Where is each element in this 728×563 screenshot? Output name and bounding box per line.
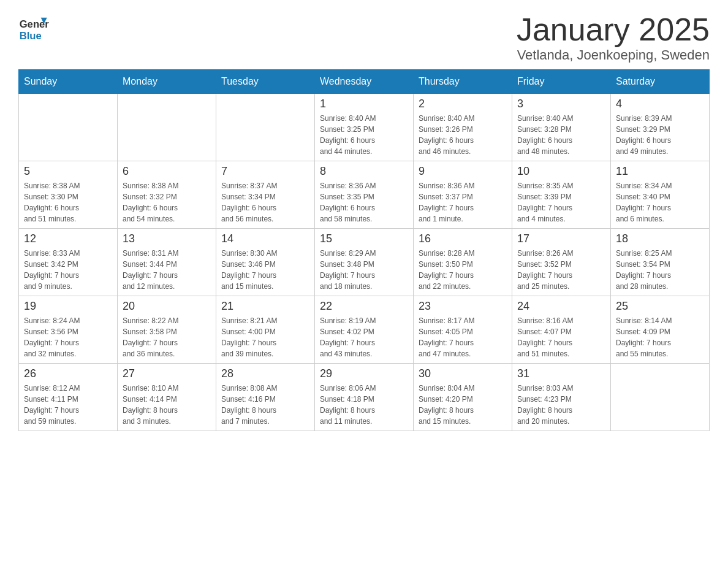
day-number: 8 [320, 165, 408, 178]
day-info: Sunrise: 8:36 AM Sunset: 3:35 PM Dayligh… [320, 180, 408, 224]
day-info: Sunrise: 8:34 AM Sunset: 3:40 PM Dayligh… [616, 180, 704, 224]
day-cell-6: 6Sunrise: 8:38 AM Sunset: 3:32 PM Daylig… [118, 161, 216, 229]
week-row-4: 19Sunrise: 8:24 AM Sunset: 3:56 PM Dayli… [19, 296, 710, 364]
logo: General Blue [18, 12, 49, 43]
day-info: Sunrise: 8:33 AM Sunset: 3:42 PM Dayligh… [24, 248, 112, 292]
day-cell-10: 10Sunrise: 8:35 AM Sunset: 3:39 PM Dayli… [512, 161, 611, 229]
svg-text:Blue: Blue [20, 30, 42, 42]
day-number: 25 [616, 300, 704, 313]
day-number: 22 [320, 300, 408, 313]
day-number: 12 [24, 232, 112, 245]
day-number: 4 [616, 98, 704, 110]
day-cell-16: 16Sunrise: 8:28 AM Sunset: 3:50 PM Dayli… [414, 229, 512, 296]
day-cell-5: 5Sunrise: 8:38 AM Sunset: 3:30 PM Daylig… [19, 161, 118, 229]
weekday-header-saturday: Saturday [611, 70, 710, 94]
day-cell-17: 17Sunrise: 8:26 AM Sunset: 3:52 PM Dayli… [512, 229, 611, 296]
day-number: 3 [517, 98, 605, 110]
day-number: 18 [616, 232, 704, 245]
weekday-header-wednesday: Wednesday [315, 70, 414, 94]
day-info: Sunrise: 8:08 AM Sunset: 4:16 PM Dayligh… [221, 383, 309, 427]
day-number: 19 [24, 300, 112, 313]
week-row-5: 26Sunrise: 8:12 AM Sunset: 4:11 PM Dayli… [19, 364, 710, 431]
day-cell-23: 23Sunrise: 8:17 AM Sunset: 4:05 PM Dayli… [414, 296, 512, 364]
day-cell-4: 4Sunrise: 8:39 AM Sunset: 3:29 PM Daylig… [611, 94, 710, 161]
day-info: Sunrise: 8:26 AM Sunset: 3:52 PM Dayligh… [517, 248, 605, 292]
day-cell-22: 22Sunrise: 8:19 AM Sunset: 4:02 PM Dayli… [315, 296, 414, 364]
day-cell-9: 9Sunrise: 8:36 AM Sunset: 3:37 PM Daylig… [414, 161, 512, 229]
day-cell-30: 30Sunrise: 8:04 AM Sunset: 4:20 PM Dayli… [414, 364, 512, 431]
day-info: Sunrise: 8:38 AM Sunset: 3:32 PM Dayligh… [123, 180, 211, 224]
weekday-header-row: SundayMondayTuesdayWednesdayThursdayFrid… [19, 70, 710, 94]
empty-cell [19, 94, 118, 161]
page-header: General Blue January 2025 Vetlanda, Joen… [18, 12, 710, 63]
day-info: Sunrise: 8:17 AM Sunset: 4:05 PM Dayligh… [419, 315, 507, 359]
day-info: Sunrise: 8:35 AM Sunset: 3:39 PM Dayligh… [517, 180, 605, 224]
day-cell-31: 31Sunrise: 8:03 AM Sunset: 4:23 PM Dayli… [512, 364, 611, 431]
day-cell-21: 21Sunrise: 8:21 AM Sunset: 4:00 PM Dayli… [216, 296, 315, 364]
day-number: 26 [24, 367, 112, 380]
day-info: Sunrise: 8:40 AM Sunset: 3:28 PM Dayligh… [517, 113, 605, 157]
day-number: 16 [419, 232, 507, 245]
day-number: 10 [517, 165, 605, 178]
day-number: 15 [320, 232, 408, 245]
day-cell-20: 20Sunrise: 8:22 AM Sunset: 3:58 PM Dayli… [118, 296, 216, 364]
day-number: 30 [419, 367, 507, 380]
day-cell-12: 12Sunrise: 8:33 AM Sunset: 3:42 PM Dayli… [19, 229, 118, 296]
day-cell-14: 14Sunrise: 8:30 AM Sunset: 3:46 PM Dayli… [216, 229, 315, 296]
week-row-3: 12Sunrise: 8:33 AM Sunset: 3:42 PM Dayli… [19, 229, 710, 296]
day-info: Sunrise: 8:10 AM Sunset: 4:14 PM Dayligh… [123, 383, 211, 427]
day-number: 2 [419, 98, 507, 110]
day-number: 29 [320, 367, 408, 380]
day-cell-27: 27Sunrise: 8:10 AM Sunset: 4:14 PM Dayli… [118, 364, 216, 431]
empty-cell [118, 94, 216, 161]
day-info: Sunrise: 8:12 AM Sunset: 4:11 PM Dayligh… [24, 383, 112, 427]
day-number: 14 [221, 232, 309, 245]
day-info: Sunrise: 8:25 AM Sunset: 3:54 PM Dayligh… [616, 248, 704, 292]
day-cell-25: 25Sunrise: 8:14 AM Sunset: 4:09 PM Dayli… [611, 296, 710, 364]
day-info: Sunrise: 8:40 AM Sunset: 3:25 PM Dayligh… [320, 113, 408, 157]
day-number: 17 [517, 232, 605, 245]
weekday-header-sunday: Sunday [19, 70, 118, 94]
day-info: Sunrise: 8:40 AM Sunset: 3:26 PM Dayligh… [419, 113, 507, 157]
day-number: 7 [221, 165, 309, 178]
day-info: Sunrise: 8:04 AM Sunset: 4:20 PM Dayligh… [419, 383, 507, 427]
day-cell-28: 28Sunrise: 8:08 AM Sunset: 4:16 PM Dayli… [216, 364, 315, 431]
day-number: 11 [616, 165, 704, 178]
day-info: Sunrise: 8:06 AM Sunset: 4:18 PM Dayligh… [320, 383, 408, 427]
day-cell-8: 8Sunrise: 8:36 AM Sunset: 3:35 PM Daylig… [315, 161, 414, 229]
day-info: Sunrise: 8:21 AM Sunset: 4:00 PM Dayligh… [221, 315, 309, 359]
day-number: 23 [419, 300, 507, 313]
day-number: 9 [419, 165, 507, 178]
day-cell-19: 19Sunrise: 8:24 AM Sunset: 3:56 PM Dayli… [19, 296, 118, 364]
logo-icon: General Blue [18, 12, 49, 43]
weekday-header-tuesday: Tuesday [216, 70, 315, 94]
day-info: Sunrise: 8:19 AM Sunset: 4:02 PM Dayligh… [320, 315, 408, 359]
day-info: Sunrise: 8:37 AM Sunset: 3:34 PM Dayligh… [221, 180, 309, 224]
weekday-header-monday: Monday [118, 70, 216, 94]
week-row-1: 1Sunrise: 8:40 AM Sunset: 3:25 PM Daylig… [19, 94, 710, 161]
day-number: 6 [123, 165, 211, 178]
day-number: 31 [517, 367, 605, 380]
day-info: Sunrise: 8:30 AM Sunset: 3:46 PM Dayligh… [221, 248, 309, 292]
day-number: 28 [221, 367, 309, 380]
day-info: Sunrise: 8:28 AM Sunset: 3:50 PM Dayligh… [419, 248, 507, 292]
empty-cell [611, 364, 710, 431]
day-info: Sunrise: 8:03 AM Sunset: 4:23 PM Dayligh… [517, 383, 605, 427]
day-info: Sunrise: 8:22 AM Sunset: 3:58 PM Dayligh… [123, 315, 211, 359]
day-cell-18: 18Sunrise: 8:25 AM Sunset: 3:54 PM Dayli… [611, 229, 710, 296]
weekday-header-thursday: Thursday [414, 70, 512, 94]
day-info: Sunrise: 8:38 AM Sunset: 3:30 PM Dayligh… [24, 180, 112, 224]
day-cell-11: 11Sunrise: 8:34 AM Sunset: 3:40 PM Dayli… [611, 161, 710, 229]
weekday-header-friday: Friday [512, 70, 611, 94]
day-cell-24: 24Sunrise: 8:16 AM Sunset: 4:07 PM Dayli… [512, 296, 611, 364]
day-number: 24 [517, 300, 605, 313]
empty-cell [216, 94, 315, 161]
day-info: Sunrise: 8:36 AM Sunset: 3:37 PM Dayligh… [419, 180, 507, 224]
day-cell-2: 2Sunrise: 8:40 AM Sunset: 3:26 PM Daylig… [414, 94, 512, 161]
day-info: Sunrise: 8:24 AM Sunset: 3:56 PM Dayligh… [24, 315, 112, 359]
day-info: Sunrise: 8:31 AM Sunset: 3:44 PM Dayligh… [123, 248, 211, 292]
day-number: 20 [123, 300, 211, 313]
day-number: 27 [123, 367, 211, 380]
calendar-table: SundayMondayTuesdayWednesdayThursdayFrid… [18, 69, 710, 431]
day-number: 21 [221, 300, 309, 313]
